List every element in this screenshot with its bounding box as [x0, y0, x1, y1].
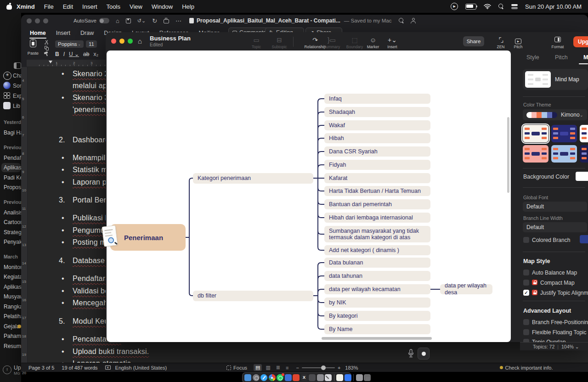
underline-button[interactable]: U ⌄: [69, 51, 79, 57]
color-theme-select[interactable]: Kimono⌄: [523, 109, 587, 120]
checkbox-branch-free-positioning[interactable]: [523, 319, 529, 325]
chatgpt-icon[interactable]: ✳: [3, 72, 11, 80]
traffic-light-gray[interactable]: [27, 18, 32, 23]
redo-icon[interactable]: ↻: [152, 17, 157, 24]
share-person-icon[interactable]: [411, 18, 416, 23]
font-name-select[interactable]: Poppins⌄: [55, 40, 84, 48]
dock-trash-icon[interactable]: [364, 374, 371, 381]
colored-branch-checkbox[interactable]: [523, 237, 529, 243]
wifi-icon[interactable]: [484, 4, 491, 9]
mindmap-topic[interactable]: Harta Tidak Bertuan / Harta Temuan: [324, 186, 430, 196]
theme-thumbnail-navy[interactable]: [551, 125, 577, 142]
sidebar-toggle-icon[interactable]: [14, 62, 21, 69]
sidebar-conversation[interactable]: Paham A: [4, 333, 21, 339]
mindmap-canvas[interactable]: PenerimaanKategori penerimaandb filterIn…: [107, 51, 511, 342]
dock-red-app-icon[interactable]: [293, 374, 300, 381]
global-font-select[interactable]: Default: [523, 202, 587, 212]
italic-button[interactable]: I: [63, 51, 65, 57]
microphone-icon[interactable]: [408, 349, 414, 358]
menu-item-file[interactable]: File: [40, 3, 58, 10]
sidebar-conversation[interactable]: Rangkai: [4, 303, 21, 310]
control-center-icon[interactable]: [511, 4, 518, 9]
upgrade-plan-label[interactable]: Up: [14, 365, 21, 371]
traffic-light-gray[interactable]: [35, 18, 40, 23]
dock-dark-folder-icon[interactable]: [309, 374, 316, 381]
record-icon[interactable]: ▶: [451, 3, 458, 10]
format-painter-icon[interactable]: [44, 52, 49, 56]
branch-line-width-select[interactable]: Default: [523, 222, 587, 232]
sidebar-conversation[interactable]: Penyakit: [4, 239, 21, 245]
background-color-swatch[interactable]: [576, 172, 588, 181]
sidebar-conversation[interactable]: Pendafta: [4, 155, 21, 161]
checkbox-topic-overlap[interactable]: [523, 339, 529, 342]
search-icon[interactable]: [498, 4, 504, 9]
dock-notes-icon[interactable]: [336, 374, 343, 381]
menu-item-view[interactable]: View: [125, 3, 147, 10]
zoom-slider[interactable]: [302, 367, 335, 368]
mindmap-topic[interactable]: Hibah: [324, 133, 430, 143]
dock-gray-tool-icon[interactable]: [356, 374, 363, 381]
mindmap-root-topic[interactable]: Penerimaan: [110, 224, 186, 251]
sidebar-conversation[interactable]: Resume: [4, 343, 21, 349]
mindmap-subtopic[interactable]: data per wilayah desa: [440, 284, 492, 294]
sidebar-conversation[interactable]: Cartoon: [4, 219, 21, 225]
strikethrough-button[interactable]: ab: [83, 51, 89, 57]
sidebar-nav-label[interactable]: Exp: [13, 93, 21, 99]
mindmap-topic[interactable]: Bantuan dari pemerintah: [324, 199, 430, 209]
window-controls-inactive[interactable]: [27, 18, 51, 23]
mindmap-topic[interactable]: Wakaf: [324, 120, 430, 130]
menu-item-tools[interactable]: Tools: [102, 3, 125, 10]
dock-safari-icon[interactable]: [260, 374, 267, 381]
dock-whatsapp-icon[interactable]: [277, 374, 283, 381]
apple-menu-icon[interactable]: [6, 3, 12, 10]
font-size-select[interactable]: 11: [86, 40, 97, 48]
ribbon-tab-home[interactable]: Home: [26, 29, 50, 37]
sidebar-conversation[interactable]: Monitori: [4, 264, 21, 270]
dock-settings-icon[interactable]: [253, 374, 260, 381]
sidebar-conversation[interactable]: Kegiatan: [4, 274, 21, 280]
dock[interactable]: X: [242, 372, 351, 382]
theme-thumbnail-sky[interactable]: [551, 145, 577, 163]
voice-control-button[interactable]: [418, 348, 430, 360]
canvas-zoom-level[interactable]: 104% ⌄: [561, 344, 579, 349]
outline-view[interactable]: ≣: [274, 364, 282, 371]
menu-item-window[interactable]: Window: [147, 3, 177, 10]
checkbox-justify-topic-alignment[interactable]: ✓: [523, 290, 529, 296]
ribbon-tab-insert[interactable]: Insert: [52, 29, 74, 37]
pitch-button[interactable]: ▶Pitch: [506, 36, 530, 49]
panel-tab-pitch[interactable]: Pitch: [555, 54, 568, 61]
sidebar-nav-label[interactable]: Sor: [13, 83, 21, 89]
minimize-button[interactable]: [119, 39, 124, 44]
zoom-knob[interactable]: [321, 365, 326, 370]
paste-button[interactable]: Paste: [25, 39, 41, 59]
sidebar-conversation[interactable]: Proposa: [4, 184, 21, 191]
mindmap-topic[interactable]: Data bulanan: [324, 258, 430, 268]
mindmap-topic[interactable]: Hibah dari lembaga internasional: [324, 213, 430, 223]
undo-icon[interactable]: ↺⌄: [137, 18, 146, 24]
menu-item-edit[interactable]: Edit: [58, 3, 78, 10]
save-icon[interactable]: [126, 18, 131, 23]
mindmap-topic[interactable]: Shadaqah: [324, 107, 430, 117]
sidebar-conversation[interactable]: Analisis: [4, 209, 21, 216]
panel-tab-map[interactable]: Map: [583, 54, 588, 61]
mindmap-branch-topic[interactable]: db filter: [193, 291, 313, 301]
web-layout-view[interactable]: ▥: [264, 364, 272, 371]
theme-thumbnail-white[interactable]: [580, 125, 588, 142]
mindmap-topic[interactable]: Fidyah: [324, 160, 430, 170]
sidebar-conversation[interactable]: Musyaw: [4, 293, 21, 300]
traffic-light-gray[interactable]: [43, 18, 48, 23]
mindmap-branch-topic[interactable]: Kategori penerimaan: [193, 173, 313, 184]
menu-item-insert[interactable]: Insert: [78, 3, 102, 10]
dock-pen-app-icon[interactable]: [325, 374, 332, 381]
insert-button[interactable]: +⌄Insert: [380, 36, 404, 49]
search-icon[interactable]: [399, 18, 404, 23]
sidebar-conversation[interactable]: Pelatihan: [4, 313, 21, 320]
proofing-icon[interactable]: ✕: [105, 365, 111, 370]
dock-dark-x-app-icon[interactable]: X: [301, 374, 308, 381]
status-notice[interactable]: Check important info.: [500, 365, 553, 371]
mindmap-topic[interactable]: data per wilayah kecamatan: [324, 284, 430, 294]
library-icon[interactable]: [3, 102, 11, 109]
theme-thumbnail-kimono-light[interactable]: [523, 125, 548, 142]
checkbox-auto-balance-map[interactable]: [523, 270, 529, 275]
zoom-out-icon[interactable]: −: [296, 365, 299, 371]
